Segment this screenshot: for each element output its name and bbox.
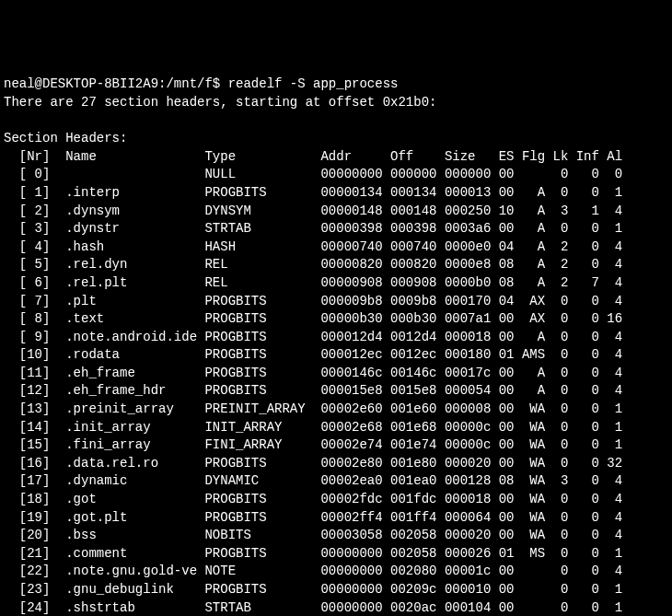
intro-line: There are 27 section headers, starting a…	[4, 95, 436, 110]
table-body: [ 0] NULL 00000000 000000 000000 00 0 0 …	[4, 167, 622, 616]
section-headers-label: Section Headers:	[4, 131, 127, 145]
table-header: [Nr] Name Type Addr Off Size ES Flg Lk I…	[4, 149, 631, 164]
command-text: readelf -S app_process	[228, 76, 399, 91]
terminal-output: neal@DESKTOP-8BII2A9:/mnt/f$ readelf -S …	[4, 76, 668, 616]
shell-prompt: neal@DESKTOP-8BII2A9:/mnt/f$	[4, 76, 228, 91]
